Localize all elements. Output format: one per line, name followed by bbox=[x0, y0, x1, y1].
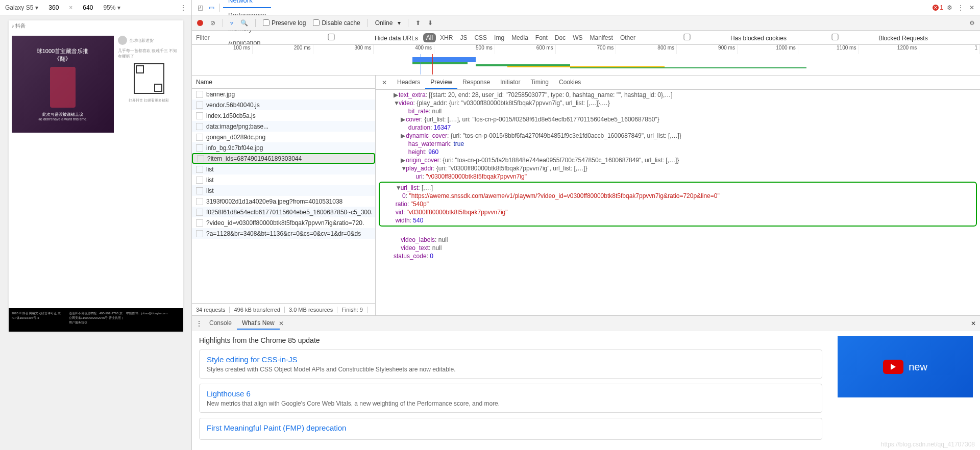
timeline[interactable]: 100 ms200 ms300 ms400 ms500 ms600 ms700 … bbox=[192, 45, 980, 76]
detail-tab-timing[interactable]: Timing bbox=[525, 77, 554, 89]
download-icon[interactable]: ⬇ bbox=[428, 19, 433, 27]
blocked-requests[interactable]: Blocked Requests bbox=[792, 34, 928, 42]
json-preview[interactable]: ▶text_extra: [{start: 20, end: 28, user_… bbox=[376, 90, 980, 315]
request-row[interactable]: info_bg.9c7bf04e.jpg bbox=[192, 142, 375, 153]
character-art bbox=[50, 67, 76, 108]
request-row[interactable]: index.1d50cb5a.js bbox=[192, 110, 375, 121]
filter-doc[interactable]: Doc bbox=[552, 33, 569, 42]
request-row[interactable]: list bbox=[192, 174, 375, 185]
close-detail-icon[interactable]: ✕ bbox=[379, 79, 390, 86]
inspect-icon[interactable]: ◰ bbox=[195, 3, 205, 13]
drawer-tab-what-s-new[interactable]: What's New bbox=[237, 317, 280, 330]
footer-col-a: 2020 © 抖音 网络文化经营许可证 京ICP备16016397号-3 bbox=[12, 311, 66, 329]
file-icon bbox=[196, 166, 203, 173]
height-input[interactable] bbox=[78, 4, 98, 11]
file-icon bbox=[196, 230, 203, 237]
author-name: 全球电影送货 bbox=[129, 38, 154, 43]
detail-tab-response[interactable]: Response bbox=[457, 77, 495, 89]
detail-tabs: ✕ HeadersPreviewResponseInitiatorTimingC… bbox=[376, 76, 980, 90]
request-row[interactable]: list bbox=[192, 164, 375, 174]
timeline-tick: 100 ms bbox=[192, 45, 253, 54]
promo-video[interactable]: new bbox=[838, 336, 973, 397]
whatsnew-card[interactable]: First Meaningful Paint (FMP) deprecation bbox=[199, 418, 822, 440]
drawer-close-icon[interactable]: ✕ bbox=[971, 320, 976, 327]
timeline-tick: 700 ms bbox=[556, 45, 617, 54]
preserve-log[interactable]: Preserve log bbox=[263, 19, 306, 27]
filter-other[interactable]: Other bbox=[617, 33, 639, 42]
filter-ws[interactable]: WS bbox=[570, 33, 585, 42]
request-row[interactable]: data:image/png;base... bbox=[192, 121, 375, 132]
filter-css[interactable]: CSS bbox=[471, 33, 490, 42]
card-title: First Meaningful Paint (FMP) deprecation bbox=[207, 423, 815, 432]
request-row[interactable]: banner.jpg bbox=[192, 89, 375, 99]
drawer-tab-console[interactable]: Console bbox=[204, 317, 237, 330]
timeline-tick: 600 ms bbox=[495, 45, 556, 54]
filter-icon[interactable]: ▿ bbox=[230, 19, 233, 27]
file-icon bbox=[196, 177, 203, 184]
request-row[interactable]: gongan_d0289dc.png bbox=[192, 132, 375, 142]
file-icon bbox=[196, 198, 203, 205]
drawer: ⋮ ConsoleWhat's New ✕ ✕ Highlights from … bbox=[192, 315, 980, 450]
dim-separator: × bbox=[69, 4, 72, 11]
video-title-2: 《翻》 bbox=[54, 55, 71, 63]
width-input[interactable] bbox=[43, 4, 64, 11]
file-icon bbox=[196, 91, 203, 98]
drawer-tabs: ⋮ ConsoleWhat's New ✕ ✕ bbox=[192, 316, 980, 331]
card-desc: New metrics that align with Google's Cor… bbox=[207, 400, 815, 407]
request-row[interactable]: list bbox=[192, 185, 375, 196]
timeline-tick: 1000 ms bbox=[738, 45, 798, 54]
filter-all[interactable]: All bbox=[423, 33, 436, 42]
file-icon bbox=[196, 123, 203, 130]
drawer-tab-close-icon[interactable]: ✕ bbox=[279, 320, 284, 327]
whatsnew-card[interactable]: Lighthouse 6New metrics that align with … bbox=[199, 384, 822, 413]
close-devtools-icon[interactable]: ✕ bbox=[967, 3, 977, 13]
request-row[interactable]: ?a=1128&br=3408&bt=1136&cr=0&cs=0&cv=1&d… bbox=[192, 228, 375, 239]
file-icon bbox=[196, 134, 203, 141]
detail-tab-preview[interactable]: Preview bbox=[425, 77, 457, 89]
filter-manifest[interactable]: Manifest bbox=[587, 33, 616, 42]
network-settings-icon[interactable]: ⚙ bbox=[969, 19, 975, 27]
hide-data-urls[interactable]: Hide data URLs bbox=[288, 34, 418, 42]
request-row[interactable]: 3193f0002d1d1a4020e9a.jpeg?from=40105310… bbox=[192, 196, 375, 207]
name-column-header[interactable]: Name bbox=[192, 76, 375, 89]
gear-icon[interactable]: ⚙ bbox=[944, 3, 954, 13]
filter-img[interactable]: Img bbox=[491, 33, 507, 42]
author-text: 几乎每一首都喜欢 很难千三 不知在哪听了 bbox=[118, 48, 180, 59]
phone-footer: 2020 © 抖音 网络文化经营许可证 京ICP备16016397号-3 违法和… bbox=[9, 308, 183, 332]
error-count[interactable]: ✕1 bbox=[933, 4, 943, 11]
subtitle-en: He didn't have a word this time. bbox=[38, 117, 87, 121]
request-row[interactable]: vendor.56b40040.js bbox=[192, 99, 375, 110]
drawer-more-icon[interactable]: ⋮ bbox=[196, 320, 202, 327]
device-select[interactable]: Galaxy S5 ▾ bbox=[5, 4, 38, 11]
filter-input[interactable] bbox=[196, 34, 283, 41]
play-icon bbox=[883, 360, 903, 374]
request-row[interactable]: f0258f61d8e54ecfb61770115604ebe5_1600687… bbox=[192, 207, 375, 217]
request-row[interactable]: ?video_id=v0300ff80000btk8t5fbqak7ppvvn7… bbox=[192, 217, 375, 228]
filter-font[interactable]: Font bbox=[532, 33, 551, 42]
whatsnew-card[interactable]: Style editing for CSS-in-JSStyles create… bbox=[199, 349, 822, 379]
video-thumb: 球1000首宝藏音乐推 《翻》 此次可是没被说错上议 He didn't hav… bbox=[12, 36, 114, 133]
more-icon[interactable]: ⋮ bbox=[180, 4, 186, 11]
upload-icon[interactable]: ⬆ bbox=[415, 19, 421, 27]
filter-media[interactable]: Media bbox=[508, 33, 531, 42]
card-desc: Styles created with CSS Object Model API… bbox=[207, 366, 815, 373]
timeline-tick: 800 ms bbox=[616, 45, 677, 54]
detail-tab-initiator[interactable]: Initiator bbox=[495, 77, 525, 89]
request-detail: ✕ HeadersPreviewResponseInitiatorTimingC… bbox=[376, 76, 980, 315]
disable-cache[interactable]: Disable cache bbox=[313, 19, 360, 27]
has-blocked-cookies[interactable]: Has blocked cookies bbox=[644, 34, 787, 42]
record-button[interactable] bbox=[197, 20, 203, 26]
detail-tab-headers[interactable]: Headers bbox=[392, 77, 425, 89]
more-vert-icon[interactable]: ⋮ bbox=[955, 3, 966, 13]
throttle-select[interactable]: Online ▾ bbox=[375, 19, 401, 27]
zoom-select[interactable]: 95% ▾ bbox=[103, 4, 120, 11]
tab-network[interactable]: Network bbox=[223, 0, 271, 8]
device-frame: ♪ 抖音 球1000首宝藏音乐推 《翻》 此次可是没被说错上议 He didn'… bbox=[0, 15, 191, 450]
request-row[interactable]: ?item_ids=6874901946189303044 bbox=[192, 153, 375, 164]
filter-xhr[interactable]: XHR bbox=[437, 33, 456, 42]
device-toggle-icon[interactable]: ▭ bbox=[206, 3, 216, 13]
clear-icon[interactable]: ⊘ bbox=[210, 19, 215, 27]
search-icon[interactable]: 🔍 bbox=[240, 19, 248, 27]
detail-tab-cookies[interactable]: Cookies bbox=[554, 77, 586, 89]
filter-js[interactable]: JS bbox=[457, 33, 470, 42]
